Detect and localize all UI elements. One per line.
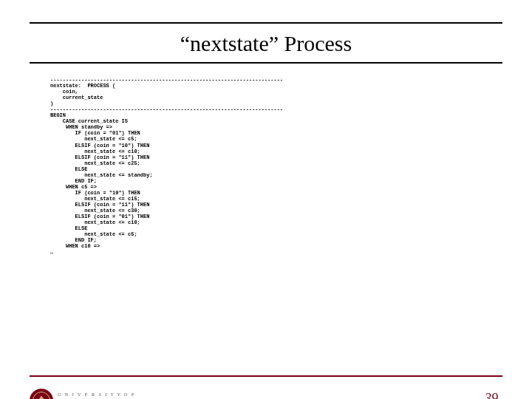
title-rule-bottom xyxy=(30,62,502,64)
slide: “nextstate” Process --------------------… xyxy=(0,22,532,399)
logo-big-s: S xyxy=(58,396,65,400)
logo-text: U N I V E R S I T Y O F SOUTHCAROLINA xyxy=(58,392,153,400)
slide-title: “nextstate” Process xyxy=(30,24,502,62)
logo-big-c: C xyxy=(95,396,104,400)
logo-line2: SOUTHCAROLINA xyxy=(58,397,153,400)
code-block: ----------------------------------------… xyxy=(50,77,502,255)
footer: U N I V E R S I T Y O F SOUTHCAROLINA 39 xyxy=(0,375,532,399)
logo-seal-icon xyxy=(30,389,53,399)
university-logo: U N I V E R S I T Y O F SOUTHCAROLINA xyxy=(30,389,153,399)
page-number: 39 xyxy=(485,391,498,399)
footer-rule xyxy=(30,375,502,377)
